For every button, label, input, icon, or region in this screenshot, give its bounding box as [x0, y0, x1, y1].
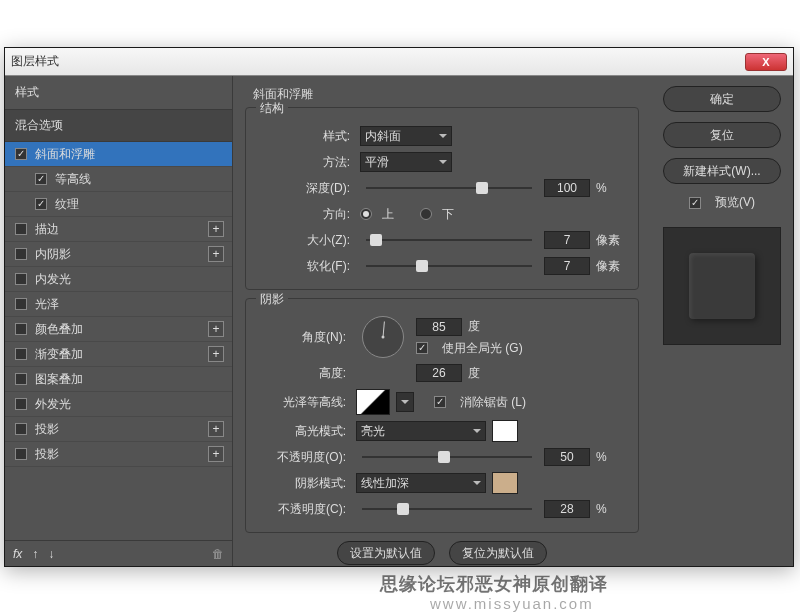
style-item-label: 内阴影	[35, 246, 71, 263]
style-checkbox[interactable]	[15, 373, 27, 385]
style-item-label: 图案叠加	[35, 371, 83, 388]
direction-down-radio[interactable]	[420, 208, 432, 220]
highlight-opacity-input[interactable]: 50	[544, 448, 590, 466]
global-light-label: 使用全局光 (G)	[442, 340, 523, 357]
new-style-button[interactable]: 新建样式(W)...	[663, 158, 781, 184]
altitude-input[interactable]: 26	[416, 364, 462, 382]
style-item-label: 外发光	[35, 396, 71, 413]
style-item[interactable]: 内阴影+	[5, 242, 232, 267]
highlight-opacity-label: 不透明度(O):	[258, 449, 350, 466]
angle-label: 角度(N):	[258, 329, 350, 346]
style-item[interactable]: 图案叠加	[5, 367, 232, 392]
shadow-mode-select[interactable]: 线性加深	[356, 473, 486, 493]
ok-button[interactable]: 确定	[663, 86, 781, 112]
direction-label: 方向:	[258, 206, 354, 223]
direction-up-radio[interactable]	[360, 208, 372, 220]
gloss-contour-thumb[interactable]	[356, 389, 390, 415]
style-checkbox[interactable]	[15, 148, 27, 160]
add-effect-icon[interactable]: +	[208, 421, 224, 437]
style-checkbox[interactable]	[15, 298, 27, 310]
style-item[interactable]: 颜色叠加+	[5, 317, 232, 342]
size-slider[interactable]	[366, 232, 532, 248]
blend-options[interactable]: 混合选项	[5, 110, 232, 142]
preview-label: 预览(V)	[715, 194, 755, 211]
style-checkbox[interactable]	[15, 423, 27, 435]
highlight-opacity-slider[interactable]	[362, 449, 532, 465]
style-checkbox[interactable]	[15, 348, 27, 360]
style-item[interactable]: 内发光	[5, 267, 232, 292]
method-label: 方法:	[258, 154, 354, 171]
antialias-checkbox[interactable]	[434, 396, 446, 408]
cancel-button[interactable]: 复位	[663, 122, 781, 148]
style-item-label: 投影	[35, 421, 59, 438]
highlight-color-swatch[interactable]	[492, 420, 518, 442]
styles-sidebar: 样式 混合选项 斜面和浮雕等高线纹理描边+内阴影+内发光光泽颜色叠加+渐变叠加+…	[5, 76, 233, 566]
style-checkbox[interactable]	[35, 173, 47, 185]
styles-header: 样式	[5, 76, 232, 110]
gloss-label: 光泽等高线:	[258, 394, 350, 411]
close-button[interactable]: X	[745, 53, 787, 71]
style-checkbox[interactable]	[15, 273, 27, 285]
preview-box	[663, 227, 781, 345]
style-checkbox[interactable]	[15, 323, 27, 335]
reset-default-button[interactable]: 复位为默认值	[449, 541, 547, 565]
angle-input[interactable]: 85	[416, 318, 462, 336]
style-item[interactable]: 纹理	[5, 192, 232, 217]
shadow-opacity-slider[interactable]	[362, 501, 532, 517]
panel-title: 斜面和浮雕	[253, 86, 639, 103]
preview-checkbox[interactable]	[689, 197, 701, 209]
move-up-icon[interactable]: ↑	[32, 547, 38, 561]
style-checkbox[interactable]	[15, 223, 27, 235]
shadow-color-swatch[interactable]	[492, 472, 518, 494]
style-checkbox[interactable]	[15, 398, 27, 410]
add-effect-icon[interactable]: +	[208, 446, 224, 462]
style-item[interactable]: 投影+	[5, 417, 232, 442]
style-item[interactable]: 光泽	[5, 292, 232, 317]
shadow-opacity-label: 不透明度(C):	[258, 501, 350, 518]
style-item-label: 颜色叠加	[35, 321, 83, 338]
gloss-contour-select[interactable]	[396, 392, 414, 412]
angle-wheel[interactable]	[362, 316, 404, 358]
style-item-label: 描边	[35, 221, 59, 238]
style-item-label: 光泽	[35, 296, 59, 313]
style-item[interactable]: 投影+	[5, 442, 232, 467]
style-select[interactable]: 内斜面	[360, 126, 452, 146]
style-checkbox[interactable]	[35, 198, 47, 210]
highlight-mode-select[interactable]: 亮光	[356, 421, 486, 441]
highlight-mode-label: 高光模式:	[258, 423, 350, 440]
add-effect-icon[interactable]: +	[208, 346, 224, 362]
method-select[interactable]: 平滑	[360, 152, 452, 172]
global-light-checkbox[interactable]	[416, 342, 428, 354]
depth-slider[interactable]	[366, 180, 532, 196]
style-item[interactable]: 斜面和浮雕	[5, 142, 232, 167]
right-panel: 确定 复位 新建样式(W)... 预览(V)	[651, 76, 793, 566]
trash-icon[interactable]: 🗑	[212, 547, 224, 561]
style-item[interactable]: 描边+	[5, 217, 232, 242]
style-item-label: 斜面和浮雕	[35, 146, 95, 163]
antialias-label: 消除锯齿 (L)	[460, 394, 526, 411]
style-item[interactable]: 等高线	[5, 167, 232, 192]
style-item[interactable]: 外发光	[5, 392, 232, 417]
soften-slider[interactable]	[366, 258, 532, 274]
titlebar[interactable]: 图层样式 X	[5, 48, 793, 76]
preview-swatch	[689, 253, 755, 319]
size-input[interactable]: 7	[544, 231, 590, 249]
move-down-icon[interactable]: ↓	[48, 547, 54, 561]
depth-input[interactable]: 100	[544, 179, 590, 197]
add-effect-icon[interactable]: +	[208, 221, 224, 237]
shadow-opacity-input[interactable]: 28	[544, 500, 590, 518]
style-checkbox[interactable]	[15, 248, 27, 260]
depth-label: 深度(D):	[258, 180, 354, 197]
style-item[interactable]: 渐变叠加+	[5, 342, 232, 367]
layer-style-dialog: 图层样式 X 样式 混合选项 斜面和浮雕等高线纹理描边+内阴影+内发光光泽颜色叠…	[4, 47, 794, 567]
add-effect-icon[interactable]: +	[208, 246, 224, 262]
style-label: 样式:	[258, 128, 354, 145]
shadow-mode-label: 阴影模式:	[258, 475, 350, 492]
size-label: 大小(Z):	[258, 232, 354, 249]
style-checkbox[interactable]	[15, 448, 27, 460]
fx-menu[interactable]: fx	[13, 547, 22, 561]
make-default-button[interactable]: 设置为默认值	[337, 541, 435, 565]
altitude-label: 高度:	[258, 365, 350, 382]
add-effect-icon[interactable]: +	[208, 321, 224, 337]
soften-input[interactable]: 7	[544, 257, 590, 275]
